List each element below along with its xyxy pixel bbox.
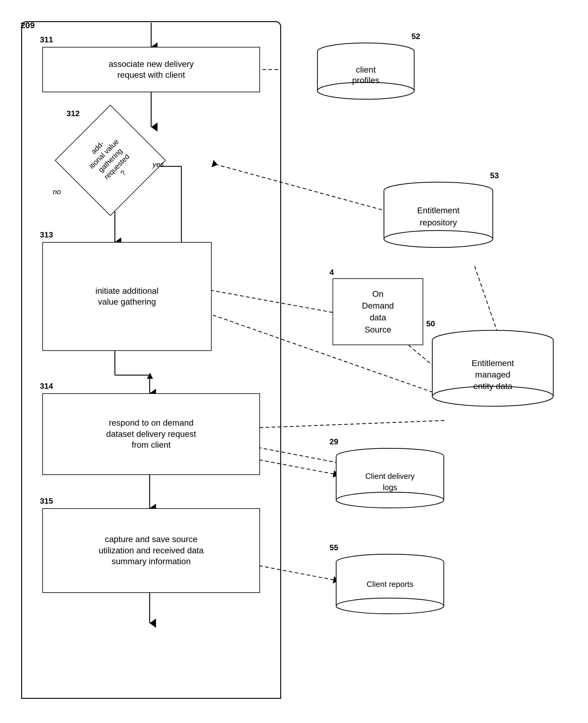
client-delivery-logs-label: 29 xyxy=(330,437,338,446)
svg-text:repository: repository xyxy=(420,218,457,227)
client-reports-label: 55 xyxy=(330,543,338,553)
merge-point xyxy=(147,373,153,380)
entitlement-data-node: 50 Entitlement managed entity data xyxy=(429,330,556,416)
client-reports-shape: Client reports xyxy=(333,554,447,617)
svg-text:entity data: entity data xyxy=(473,381,512,391)
node-314-label: 314 xyxy=(40,381,53,391)
svg-text:Entitlement: Entitlement xyxy=(417,206,460,215)
diagram-container: 209 xyxy=(12,12,574,711)
client-profiles-shape: client profiles xyxy=(314,42,417,103)
svg-text:managed: managed xyxy=(475,370,511,379)
svg-point-36 xyxy=(384,230,493,247)
svg-marker-60 xyxy=(147,373,153,379)
svg-text:profiles: profiles xyxy=(352,76,379,85)
node-313-text: initiate additional value gathering xyxy=(96,285,159,308)
node-311-label: 311 xyxy=(40,35,53,45)
client-profiles-node: 52 client profiles xyxy=(314,42,417,104)
client-reports-node: 55 Client reports xyxy=(333,554,447,618)
svg-text:logs: logs xyxy=(383,483,397,492)
node-312-diamond: 312 add-itional valuegatheringrequested?… xyxy=(71,121,150,200)
on-demand-node: 4 OnDemanddataSource xyxy=(333,278,423,345)
client-profiles-label: 52 xyxy=(412,32,420,41)
svg-text:client: client xyxy=(356,65,376,75)
entitlement-repo-label: 53 xyxy=(490,171,499,180)
node-315-text: capture and save source utilization and … xyxy=(99,534,204,567)
node-313-label: 313 xyxy=(40,230,53,240)
main-flowchart-box: 209 xyxy=(21,21,281,699)
node-314-text: respond to on demand dataset delivery re… xyxy=(106,418,196,450)
node-311: 311 associate new delivery request with … xyxy=(42,47,260,92)
svg-text:Client  reports: Client reports xyxy=(367,580,414,589)
on-demand-label: 4 xyxy=(330,268,334,277)
entitlement-data-shape: Entitlement managed entity data xyxy=(429,330,556,415)
svg-point-51 xyxy=(336,492,444,508)
svg-text:Entitlement: Entitlement xyxy=(471,359,514,368)
node-314: 314 respond to on demand dataset deliver… xyxy=(42,393,260,475)
svg-text:Client delivery: Client delivery xyxy=(365,471,415,481)
svg-point-58 xyxy=(336,598,444,614)
entitlement-repo-node: 53 Entitlement repository xyxy=(381,181,496,252)
node-315: 315 capture and save source utilization … xyxy=(42,508,260,593)
client-delivery-logs-shape: Client delivery logs xyxy=(333,448,447,511)
node-311-text: associate new delivery request with clie… xyxy=(108,59,194,81)
entitlement-repo-shape: Entitlement repository xyxy=(381,181,496,251)
client-delivery-logs-node: 29 Client delivery logs xyxy=(333,448,447,513)
node-313: 313 initiate additional value gathering xyxy=(42,242,212,351)
node-315-label: 315 xyxy=(40,496,53,506)
box-label: 209 xyxy=(21,21,35,30)
entitlement-data-label: 50 xyxy=(426,319,435,328)
on-demand-box: OnDemanddataSource xyxy=(333,278,423,345)
